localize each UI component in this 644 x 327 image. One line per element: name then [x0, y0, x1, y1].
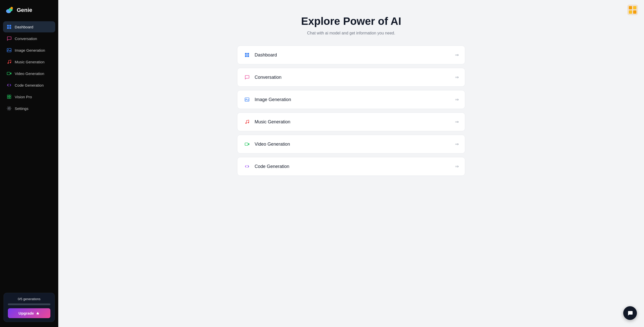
card-conversation[interactable]: Conversation ⇒: [237, 68, 465, 87]
logo-area: Genie: [0, 0, 58, 20]
music-icon: [7, 59, 12, 64]
svg-rect-15: [9, 97, 11, 99]
chat-bubble-button[interactable]: [623, 306, 637, 320]
card-label-dashboard: Dashboard: [255, 52, 277, 58]
card-label-music-generation: Music Generation: [255, 119, 290, 125]
sidebar-item-label: Video Generation: [15, 71, 44, 76]
app-header-icon: [627, 5, 638, 15]
card-arrow-music-generation: ⇒: [455, 119, 459, 125]
card-label-code-generation: Code Generation: [255, 164, 289, 169]
code-icon: [7, 83, 12, 88]
svg-rect-17: [627, 5, 638, 15]
card-left-dashboard: Dashboard: [243, 51, 277, 59]
svg-rect-18: [629, 6, 632, 9]
svg-rect-20: [629, 10, 632, 14]
page-title: Explore Power of AI: [301, 15, 401, 27]
generation-counter: 0/5 generations Upgrade: [4, 293, 55, 322]
svg-rect-5: [7, 27, 9, 29]
svg-rect-6: [9, 27, 11, 29]
card-left-music-generation: Music Generation: [243, 118, 290, 125]
svg-rect-24: [245, 55, 247, 57]
card-arrow-conversation: ⇒: [455, 74, 459, 80]
grid-icon: [7, 24, 12, 29]
sidebar-item-conversation[interactable]: Conversation: [3, 33, 55, 44]
svg-rect-4: [9, 25, 11, 27]
svg-rect-7: [7, 48, 11, 52]
upgrade-label: Upgrade: [18, 311, 34, 315]
svg-point-10: [10, 62, 11, 63]
gen-counter-label: 0/5 generations: [8, 297, 50, 301]
grid-icon: [243, 51, 251, 59]
nav-items: Dashboard Conversation Image Generation …: [0, 20, 58, 289]
svg-rect-12: [7, 95, 9, 97]
svg-point-9: [8, 63, 9, 64]
card-left-image-generation: Image Generation: [243, 96, 291, 103]
music-icon: [243, 118, 251, 125]
svg-point-29: [248, 122, 249, 123]
chat-icon: [243, 74, 251, 81]
header-icon-area: [627, 5, 638, 16]
svg-rect-26: [245, 98, 249, 101]
sidebar-item-label: Conversation: [15, 36, 37, 41]
svg-rect-11: [7, 72, 10, 75]
sidebar: Genie Dashboard Conversation Image Gener…: [0, 0, 58, 327]
app-name: Genie: [17, 7, 32, 13]
card-dashboard[interactable]: Dashboard ⇒: [237, 46, 465, 64]
card-left-code-generation: Code Generation: [243, 163, 289, 170]
sidebar-item-label: Settings: [15, 106, 28, 111]
card-label-video-generation: Video Generation: [255, 142, 290, 147]
card-arrow-dashboard: ⇒: [455, 52, 459, 58]
svg-rect-19: [633, 6, 636, 9]
sidebar-item-label: Music Generation: [15, 60, 45, 64]
page-subtitle: Chat with ai model and get information y…: [307, 31, 395, 35]
card-arrow-code-generation: ⇒: [455, 164, 459, 169]
upgrade-button[interactable]: Upgrade: [8, 308, 50, 318]
sidebar-item-video-generation[interactable]: Video Generation: [3, 68, 55, 79]
code-icon: [243, 163, 251, 170]
upgrade-icon: [36, 311, 40, 315]
svg-rect-3: [7, 25, 9, 27]
image-icon: [243, 96, 251, 103]
card-arrow-video-generation: ⇒: [455, 141, 459, 147]
card-image-generation[interactable]: Image Generation ⇒: [237, 90, 465, 109]
sidebar-item-image-generation[interactable]: Image Generation: [3, 45, 55, 56]
svg-rect-25: [247, 55, 249, 57]
svg-point-2: [10, 7, 13, 9]
svg-rect-23: [247, 53, 249, 55]
svg-rect-13: [9, 95, 11, 97]
cards-list: Dashboard ⇒ Conversation ⇒ Image Generat…: [237, 46, 465, 176]
sidebar-item-label: Image Generation: [15, 48, 45, 52]
card-left-video-generation: Video Generation: [243, 141, 290, 148]
sidebar-item-label: Dashboard: [15, 25, 33, 29]
video-icon: [243, 141, 251, 148]
card-label-image-generation: Image Generation: [255, 97, 291, 102]
sidebar-item-code-generation[interactable]: Code Generation: [3, 80, 55, 91]
gen-progress-bar: [8, 303, 50, 305]
main-content: Explore Power of AI Chat with ai model a…: [58, 0, 644, 327]
svg-rect-21: [633, 10, 636, 14]
sidebar-item-label: Vision Pro: [15, 95, 32, 99]
settings-icon: [7, 106, 12, 111]
sidebar-item-settings[interactable]: Settings: [3, 103, 55, 114]
logo-icon: [5, 6, 14, 15]
card-arrow-image-generation: ⇒: [455, 97, 459, 102]
sidebar-item-label: Code Generation: [15, 83, 44, 87]
card-left-conversation: Conversation: [243, 74, 281, 81]
vision-icon: [7, 94, 12, 99]
card-music-generation[interactable]: Music Generation ⇒: [237, 112, 465, 131]
sidebar-item-dashboard[interactable]: Dashboard: [3, 21, 55, 32]
card-label-conversation: Conversation: [255, 75, 281, 80]
chat-bubble-icon: [627, 310, 633, 316]
sidebar-item-vision-pro[interactable]: Vision Pro: [3, 91, 55, 102]
video-icon: [7, 71, 12, 76]
svg-point-16: [8, 108, 10, 109]
svg-rect-22: [245, 53, 247, 55]
svg-rect-30: [245, 143, 248, 145]
sidebar-item-music-generation[interactable]: Music Generation: [3, 56, 55, 67]
card-code-generation[interactable]: Code Generation ⇒: [237, 157, 465, 176]
image-icon: [7, 48, 12, 53]
svg-rect-14: [7, 97, 9, 99]
svg-point-28: [245, 123, 247, 124]
card-video-generation[interactable]: Video Generation ⇒: [237, 135, 465, 153]
chat-icon: [7, 36, 12, 41]
